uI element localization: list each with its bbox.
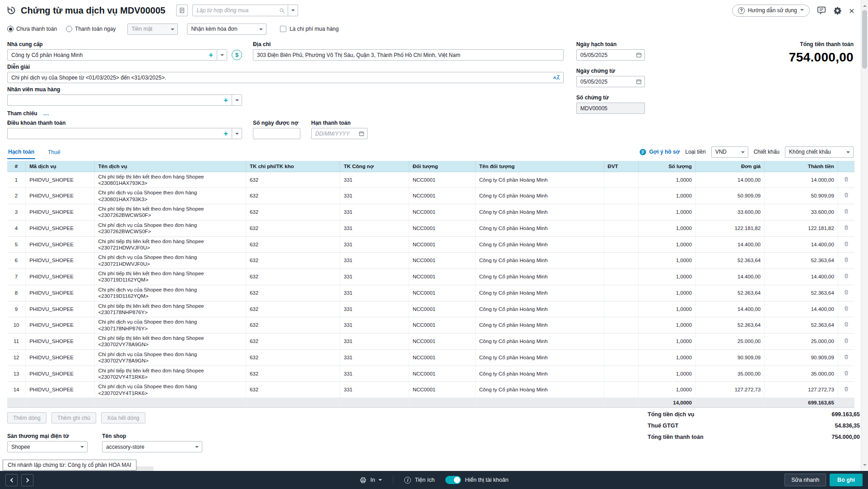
- quantity-cell[interactable]: 1,0000: [638, 366, 695, 382]
- expense-account-cell[interactable]: 632: [246, 188, 340, 204]
- expense-account-cell[interactable]: 632: [246, 236, 340, 253]
- col-debt-account[interactable]: TK Công nợ: [340, 161, 409, 172]
- object-name-cell[interactable]: Công ty Cổ phần Hoàng Minh: [476, 220, 604, 236]
- debt-account-cell[interactable]: 331: [340, 188, 409, 204]
- service-code-cell[interactable]: PHIDVU_SHOPEE: [26, 317, 94, 334]
- delete-row-icon[interactable]: [844, 289, 849, 295]
- quantity-cell[interactable]: 1,0000: [638, 334, 695, 350]
- service-code-cell[interactable]: PHIDVU_SHOPEE: [26, 220, 94, 236]
- address-field[interactable]: [253, 49, 564, 61]
- expense-account-cell[interactable]: 632: [246, 301, 340, 317]
- object-code-cell[interactable]: NCC0001: [409, 188, 475, 204]
- expense-account-cell[interactable]: 632: [246, 349, 340, 366]
- document-date-field[interactable]: [576, 76, 645, 87]
- object-name-cell[interactable]: Công ty Cổ phần Hoàng Minh: [476, 334, 604, 350]
- expense-account-cell[interactable]: 632: [246, 172, 340, 188]
- object-name-cell[interactable]: Công ty Cổ phần Hoàng Minh: [476, 349, 604, 366]
- help-button[interactable]: ? Hướng dẫn sử dụng: [732, 5, 810, 17]
- purchase-cost-checkbox-wrap[interactable]: Là chi phí mua hàng: [280, 26, 339, 32]
- debt-account-cell[interactable]: 331: [340, 301, 409, 317]
- supplier-field[interactable]: +: [7, 49, 217, 61]
- quantity-cell[interactable]: 1,0000: [638, 188, 695, 204]
- quantity-cell[interactable]: 1,0000: [638, 236, 695, 253]
- delete-row-icon[interactable]: [844, 208, 849, 214]
- amount-cell[interactable]: 14.400,00: [765, 301, 838, 317]
- invoice-mode-select[interactable]: Nhận kèm hóa đơn: [187, 24, 266, 35]
- amount-cell[interactable]: 14.400,00: [765, 269, 838, 285]
- table-row[interactable]: 3 PHIDVU_SHOPEE Chi phí tiếp thị liên kế…: [7, 204, 854, 221]
- calendar-icon[interactable]: [636, 52, 642, 58]
- service-name-cell[interactable]: Chi phí tiếp thị liên kết theo đơn hàng …: [94, 204, 246, 221]
- unit-cell[interactable]: [604, 253, 638, 269]
- service-code-cell[interactable]: PHIDVU_SHOPEE: [26, 269, 94, 285]
- amount-cell[interactable]: 35.000,00: [765, 366, 838, 382]
- object-name-cell[interactable]: Công ty Cổ phần Hoàng Minh: [476, 285, 604, 301]
- prev-voucher-button[interactable]: [5, 474, 18, 486]
- platform-select[interactable]: Shopee: [7, 441, 88, 452]
- table-row[interactable]: 14 PHIDVU_SHOPEE Chi phí dịch vụ của Sho…: [7, 382, 854, 398]
- posting-date-field[interactable]: [576, 49, 645, 61]
- service-name-cell[interactable]: Chi phí dịch vụ của Shopee theo đơn hàng…: [94, 253, 246, 269]
- object-code-cell[interactable]: NCC0001: [409, 285, 475, 301]
- quantity-cell[interactable]: 1,0000: [638, 285, 695, 301]
- col-expense-account[interactable]: TK chi phí/TK kho: [246, 161, 340, 172]
- service-name-cell[interactable]: Chi phí dịch vụ của Shopee theo đơn hàng…: [94, 317, 246, 334]
- show-account-toggle[interactable]: [445, 476, 461, 484]
- object-name-cell[interactable]: Công ty Cổ phần Hoàng Minh: [476, 253, 604, 269]
- table-row[interactable]: 8 PHIDVU_SHOPEE Chi phí dịch vụ của Shop…: [7, 285, 854, 301]
- table-row[interactable]: 2 PHIDVU_SHOPEE Chi phí dịch vụ của Shop…: [7, 188, 854, 204]
- discount-select[interactable]: Không chiết khấu: [785, 146, 854, 158]
- debt-account-cell[interactable]: 331: [340, 317, 409, 334]
- unit-cell[interactable]: [604, 366, 638, 382]
- table-row[interactable]: 9 PHIDVU_SHOPEE Chi phí tiếp thị liên kế…: [7, 301, 854, 317]
- shop-select[interactable]: accessory-store: [102, 441, 202, 452]
- add-payment-terms-icon[interactable]: +: [223, 130, 229, 137]
- expense-account-cell[interactable]: 632: [246, 317, 340, 334]
- table-row[interactable]: 11 PHIDVU_SHOPEE Chi phí tiếp thị liên k…: [7, 334, 854, 350]
- unit-price-cell[interactable]: 14.400,00: [695, 236, 764, 253]
- radio-pay-now-control[interactable]: [66, 26, 72, 32]
- service-name-cell[interactable]: Chi phí dịch vụ của Shopee theo đơn hàng…: [94, 220, 246, 236]
- print-dropdown-icon[interactable]: [378, 479, 382, 483]
- unit-price-cell[interactable]: 25.000,00: [695, 334, 764, 350]
- unit-price-cell[interactable]: 33.600,00: [695, 204, 764, 221]
- debt-account-cell[interactable]: 331: [340, 220, 409, 236]
- delete-row-icon[interactable]: [844, 241, 849, 247]
- service-code-cell[interactable]: PHIDVU_SHOPEE: [26, 285, 94, 301]
- object-code-cell[interactable]: NCC0001: [409, 301, 475, 317]
- delete-row-icon[interactable]: [844, 370, 849, 376]
- debt-account-cell[interactable]: 331: [340, 204, 409, 221]
- document-no-input[interactable]: [579, 105, 642, 112]
- unit-cell[interactable]: [604, 382, 638, 398]
- service-name-cell[interactable]: Chi phí tiếp thị liên kết theo đơn hàng …: [94, 301, 246, 317]
- unit-cell[interactable]: [604, 285, 638, 301]
- add-employee-icon[interactable]: +: [223, 96, 229, 104]
- object-name-cell[interactable]: Công ty Cổ phần Hoàng Minh: [476, 269, 604, 285]
- table-row[interactable]: 6 PHIDVU_SHOPEE Chi phí dịch vụ của Shop…: [7, 253, 854, 269]
- debt-days-field[interactable]: [253, 128, 300, 139]
- add-note-button[interactable]: Thêm ghi chú: [51, 412, 96, 423]
- amount-cell[interactable]: 52.363,64: [765, 253, 838, 269]
- table-row[interactable]: 1 PHIDVU_SHOPEE Chi phí tiếp thị liên kế…: [7, 172, 854, 188]
- unit-price-cell[interactable]: 52.363,64: [695, 253, 764, 269]
- object-code-cell[interactable]: NCC0001: [409, 204, 475, 221]
- debt-account-cell[interactable]: 331: [340, 236, 409, 253]
- scroll-up-arrow[interactable]: [863, 3, 867, 7]
- service-code-cell[interactable]: PHIDVU_SHOPEE: [26, 172, 94, 188]
- expense-account-cell[interactable]: 632: [246, 382, 340, 398]
- col-service-name[interactable]: Tên dịch vụ: [94, 161, 246, 172]
- unit-cell[interactable]: [604, 334, 638, 350]
- table-row[interactable]: 5 PHIDVU_SHOPEE Chi phí tiếp thị liên kế…: [7, 236, 854, 253]
- next-voucher-button[interactable]: [21, 474, 33, 486]
- unpost-button[interactable]: Bỏ ghi: [830, 474, 863, 486]
- quantity-cell[interactable]: 1,0000: [638, 317, 695, 334]
- unit-price-cell[interactable]: 90.909,09: [695, 349, 764, 366]
- amount-cell[interactable]: 52.363,64: [765, 317, 838, 334]
- radio-pay-now[interactable]: Thanh toán ngay: [66, 26, 116, 32]
- col-quantity[interactable]: Số lượng: [638, 161, 695, 172]
- service-code-cell[interactable]: PHIDVU_SHOPEE: [26, 236, 94, 253]
- table-row[interactable]: 10 PHIDVU_SHOPEE Chi phí dịch vụ của Sho…: [7, 317, 854, 334]
- table-row[interactable]: 4 PHIDVU_SHOPEE Chi phí dịch vụ của Shop…: [7, 220, 854, 236]
- unit-cell[interactable]: [604, 317, 638, 334]
- unit-cell[interactable]: [604, 349, 638, 366]
